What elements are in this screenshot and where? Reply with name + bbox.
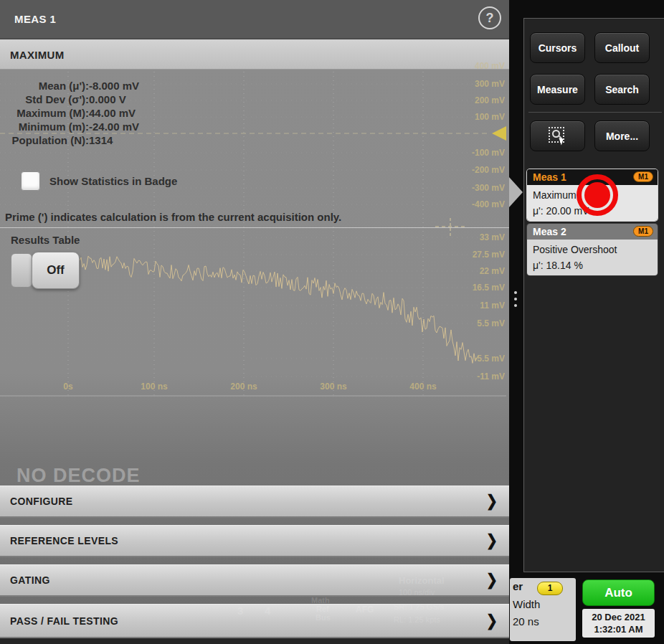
- badge-meas2-header: Meas 2 M1: [527, 224, 658, 240]
- trigger-type: Width: [513, 598, 540, 610]
- badge-meas2[interactable]: Meas 2 M1 Positive Overshoot μ': 18.14 %: [527, 224, 658, 275]
- help-icon[interactable]: ?: [478, 6, 501, 29]
- more-button[interactable]: More...: [594, 120, 650, 151]
- y-axis-label-primary: -300 mV: [472, 183, 505, 193]
- ghost-label: AFG: [356, 605, 374, 615]
- badge-meas2-body: Positive Overshoot μ': 18.14 %: [527, 240, 658, 275]
- y-axis-label-secondary: 27.5 mV: [473, 250, 505, 260]
- y-axis-label-secondary: 22 mV: [480, 266, 505, 276]
- accordion-section-label: CONFIGURE: [10, 496, 73, 507]
- measurement-panel: 400 mV300 mV200 mV100 mV-100 mV-200 mV-3…: [0, 0, 509, 644]
- results-table-toggle[interactable]: Off: [32, 252, 80, 289]
- ghost-label: Math: [311, 596, 330, 605]
- no-decode-label: NO DECODE: [16, 465, 141, 487]
- prime-note: Prime (') indicates calculation is from …: [5, 211, 341, 223]
- zoom-select-icon: [549, 127, 567, 146]
- stat-label: Population (N):: [0, 134, 89, 148]
- channel-zero-marker-icon: [492, 126, 506, 141]
- results-table-toggle-track[interactable]: [11, 253, 32, 288]
- chevron-right-icon: ❯: [486, 491, 498, 510]
- y-axis-label-secondary: -5.5 mV: [474, 354, 505, 364]
- accordion-section-label: PASS / FAIL TESTING: [10, 615, 118, 627]
- y-axis-label-primary: 300 mV: [475, 79, 505, 89]
- section-header-maximum[interactable]: MAXIMUM: [0, 39, 509, 70]
- results-sidebar: CursorsCalloutMeasureSearchMore... Meas …: [509, 0, 664, 644]
- badge-meas1-source-tag: M1: [633, 171, 653, 182]
- chevron-right-icon: ❯: [486, 570, 498, 589]
- stat-value: 0.000 V: [89, 93, 139, 107]
- stat-row: Population (N):1314: [0, 134, 139, 148]
- show-statistics-label: Show Statistics in Badge: [49, 175, 177, 187]
- ghost-label: SR: 1.25 GS/s: [394, 602, 444, 611]
- badge-meas2-type: Positive Overshoot: [533, 242, 652, 257]
- stat-value: -24.00 mV: [89, 120, 139, 134]
- badge-meas2-value: μ': 18.14 %: [533, 257, 652, 273]
- date-label: 20 Dec 2021: [582, 611, 655, 623]
- cursors-button[interactable]: Cursors: [530, 32, 585, 63]
- y-axis-label-primary: 400 mV: [475, 61, 505, 71]
- panel-title-bar: MEAS 1 ?: [0, 0, 509, 39]
- trigger-badge-label-fragment: er: [513, 580, 523, 592]
- accordion-section-reference-levels[interactable]: REFERENCE LEVELS❯: [0, 525, 509, 557]
- badge-meas2-title: Meas 2: [533, 226, 566, 237]
- y-axis-label-secondary: 11 mV: [480, 300, 505, 311]
- chevron-right-icon: ❯: [486, 531, 498, 549]
- y-axis-label-primary: 200 mV: [475, 95, 505, 105]
- trigger-source-badge: 1: [537, 582, 563, 595]
- stat-row: Std Dev (σ'):0.000 V: [0, 93, 139, 107]
- zoom-select-button[interactable]: [530, 120, 585, 151]
- stat-row: Maximum (M):44.00 mV: [0, 107, 139, 120]
- panel-bottom-strip: [0, 638, 509, 644]
- accordion-section-label: REFERENCE LEVELS: [10, 535, 118, 546]
- x-axis-label: 200 ns: [230, 382, 257, 392]
- y-axis-label-secondary: 5.5 mV: [477, 318, 505, 328]
- statistics-block: Mean (μ'):-8.000 mVStd Dev (σ'):0.000 VM…: [0, 80, 139, 148]
- stat-value: 1314: [89, 134, 139, 148]
- ghost-label: RL: 1.25 kpts: [394, 615, 440, 624]
- search-button[interactable]: Search: [594, 74, 650, 105]
- ghost-label: Horizontal: [399, 575, 445, 586]
- section-header-label: MAXIMUM: [10, 49, 64, 61]
- accordion-section-configure[interactable]: CONFIGURE❯: [0, 486, 509, 518]
- stat-label: Maximum (M):: [0, 107, 89, 120]
- panel-title: MEAS 1: [14, 13, 56, 25]
- y-axis-label-primary: 100 mV: [475, 112, 505, 122]
- badge-meas2-source-tag: M1: [633, 226, 653, 237]
- show-statistics-checkbox[interactable]: [21, 171, 40, 191]
- y-axis-label-secondary: 33 mV: [480, 232, 505, 242]
- click-indicator-dot: [584, 182, 610, 208]
- x-axis-label: 100 ns: [141, 382, 167, 392]
- measure-button[interactable]: Measure: [530, 74, 585, 105]
- stat-value: 44.00 mV: [89, 107, 139, 120]
- y-axis-label-primary: -400 mV: [472, 199, 505, 209]
- y-axis-label-primary: -200 mV: [472, 165, 505, 175]
- drag-handle-icon[interactable]: [514, 291, 517, 294]
- stat-label: Minimum (m):: [0, 120, 89, 134]
- callout-button[interactable]: Callout: [594, 32, 650, 63]
- ghost-label: 3: [237, 605, 243, 617]
- stat-value: -8.000 mV: [89, 80, 139, 93]
- stat-row: Mean (μ'):-8.000 mV: [0, 80, 139, 93]
- datetime-display[interactable]: 20 Dec 2021 1:32:01 AM: [582, 609, 655, 638]
- stat-label: Std Dev (σ'):: [0, 93, 89, 107]
- waveform-trace: [61, 255, 478, 363]
- ghost-label: 100 ns/div: [399, 588, 435, 597]
- run-stop-auto-button[interactable]: Auto: [582, 579, 655, 606]
- y-axis-label-secondary: -11 mV: [477, 371, 505, 382]
- y-axis-label-secondary: 16.5 mV: [473, 283, 505, 293]
- trigger-value: 20 ns: [513, 615, 539, 628]
- sidebar-divider: [528, 112, 662, 113]
- stat-row: Minimum (m):-24.00 mV: [0, 120, 139, 134]
- trigger-badge[interactable]: er 1 Width 20 ns: [510, 578, 576, 641]
- ghost-label: 4: [265, 605, 270, 617]
- badge-pointer-icon: [509, 177, 523, 207]
- x-axis-label: 300 ns: [320, 382, 346, 392]
- oscilloscope-screen: 400 mV300 mV200 mV100 mV-100 mV-200 mV-3…: [0, 0, 664, 644]
- chevron-right-icon: ❯: [486, 611, 498, 630]
- drag-handle-icon[interactable]: [514, 298, 517, 300]
- results-table-label: Results Table: [11, 234, 80, 246]
- x-axis-label: 400 ns: [409, 382, 436, 392]
- y-axis-label-primary: -100 mV: [472, 148, 505, 158]
- drag-handle-icon[interactable]: [514, 304, 517, 307]
- ghost-label: Bus: [316, 613, 331, 622]
